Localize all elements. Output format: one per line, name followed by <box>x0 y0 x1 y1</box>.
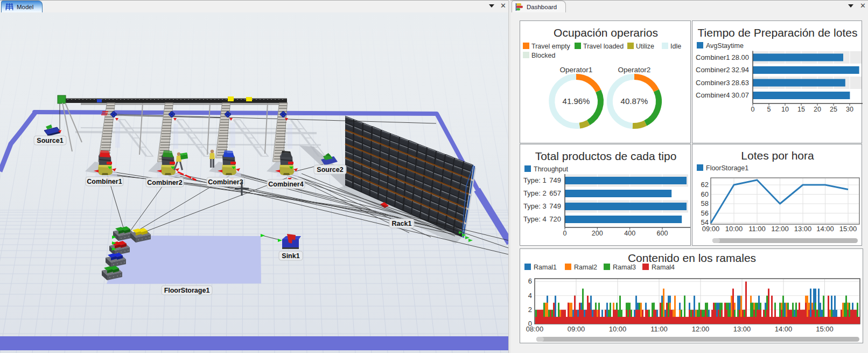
svg-text:Combiner2: Combiner2 <box>696 66 730 74</box>
svg-text:58: 58 <box>701 199 709 207</box>
svg-text:15:00: 15:00 <box>839 225 857 233</box>
svg-text:749: 749 <box>549 202 561 210</box>
svg-text:Rack1: Rack1 <box>392 220 412 227</box>
svg-text:Lotes por hora: Lotes por hora <box>741 149 814 162</box>
svg-text:Operator2: Operator2 <box>618 66 651 74</box>
svg-text:Source2: Source2 <box>317 166 343 174</box>
svg-text:13:00: 13:00 <box>794 225 812 233</box>
svg-text:Combiner3: Combiner3 <box>696 79 730 87</box>
svg-text:400: 400 <box>624 230 635 237</box>
svg-text:14:00: 14:00 <box>775 325 793 333</box>
svg-text:0: 0 <box>563 230 567 237</box>
svg-text:200: 200 <box>592 230 603 237</box>
svg-text:Combiner1: Combiner1 <box>87 178 122 185</box>
svg-text:62: 62 <box>701 181 709 189</box>
svg-text:FloorStorage1: FloorStorage1 <box>164 287 210 294</box>
svg-text:6: 6 <box>528 277 532 285</box>
svg-text:Throughput: Throughput <box>534 165 568 173</box>
svg-text:AvgStaytime: AvgStaytime <box>706 42 744 50</box>
svg-text:720: 720 <box>549 215 561 223</box>
svg-text:600: 600 <box>657 230 668 237</box>
svg-text:Idle: Idle <box>670 43 681 50</box>
svg-text:28.63: 28.63 <box>731 79 749 87</box>
svg-text:Utilize: Utilize <box>636 43 654 50</box>
svg-text:10:00: 10:00 <box>609 325 627 333</box>
svg-text:Contenido en los ramales: Contenido en los ramales <box>628 252 756 264</box>
svg-text:749: 749 <box>549 176 561 184</box>
svg-text:30: 30 <box>846 106 853 113</box>
svg-text:Tiempo de Preparación de lotes: Tiempo de Preparación de lotes <box>698 26 858 39</box>
svg-text:0: 0 <box>751 106 755 113</box>
svg-text:12:00: 12:00 <box>771 225 789 233</box>
svg-text:15: 15 <box>797 106 805 113</box>
svg-text:41.96%: 41.96% <box>563 96 590 106</box>
svg-text:10:00: 10:00 <box>725 225 743 233</box>
svg-text:5: 5 <box>767 106 771 113</box>
svg-text:28.00: 28.00 <box>731 53 749 61</box>
svg-text:Travel loaded: Travel loaded <box>583 43 624 50</box>
svg-text:Total productos de cada tipo: Total productos de cada tipo <box>535 150 677 162</box>
svg-text:08:00: 08:00 <box>526 325 544 333</box>
svg-text:11:00: 11:00 <box>748 225 766 233</box>
svg-text:Combiner3: Combiner3 <box>208 178 243 186</box>
svg-text:13:00: 13:00 <box>733 325 751 333</box>
svg-text:09:00: 09:00 <box>568 325 585 333</box>
svg-text:60: 60 <box>701 190 709 198</box>
svg-text:FloorStorage1: FloorStorage1 <box>706 164 748 172</box>
svg-text:Source1: Source1 <box>37 137 63 144</box>
svg-text:Combiner2: Combiner2 <box>147 179 182 186</box>
svg-text:4: 4 <box>528 292 532 300</box>
svg-text:Ramal3: Ramal3 <box>613 264 636 271</box>
svg-text:25: 25 <box>830 106 837 113</box>
svg-text:2: 2 <box>528 306 532 314</box>
svg-text:10: 10 <box>781 106 789 113</box>
svg-text:Combiner4: Combiner4 <box>696 91 730 99</box>
svg-text:32.94: 32.94 <box>731 66 749 74</box>
svg-text:56: 56 <box>701 209 709 217</box>
svg-text:Ramal2: Ramal2 <box>574 264 597 271</box>
svg-text:Type: 2: Type: 2 <box>523 189 547 197</box>
svg-text:Operator1: Operator1 <box>560 66 593 74</box>
svg-text:11:00: 11:00 <box>650 325 668 333</box>
svg-text:Combiner1: Combiner1 <box>696 53 730 61</box>
svg-text:Sink1: Sink1 <box>282 252 299 260</box>
svg-text:40.87%: 40.87% <box>621 96 648 106</box>
svg-text:14:00: 14:00 <box>816 225 834 233</box>
svg-text:15:00: 15:00 <box>816 325 834 333</box>
svg-text:Type: 4: Type: 4 <box>523 215 547 223</box>
svg-text:Ramal1: Ramal1 <box>534 264 557 271</box>
svg-text:Type: 3: Type: 3 <box>523 202 547 210</box>
svg-text:30.07: 30.07 <box>731 91 749 99</box>
svg-text:12:00: 12:00 <box>692 325 710 333</box>
svg-text:Blocked: Blocked <box>531 52 556 59</box>
svg-text:Ocupación operarios: Ocupación operarios <box>554 26 658 39</box>
svg-text:09:00: 09:00 <box>702 225 720 233</box>
svg-text:Travel empty: Travel empty <box>531 43 571 50</box>
svg-text:20: 20 <box>814 106 821 113</box>
svg-text:657: 657 <box>549 189 561 197</box>
svg-text:Type: 1: Type: 1 <box>523 176 547 184</box>
svg-text:Combiner4: Combiner4 <box>268 181 303 188</box>
svg-text:Ramal4: Ramal4 <box>652 264 675 271</box>
